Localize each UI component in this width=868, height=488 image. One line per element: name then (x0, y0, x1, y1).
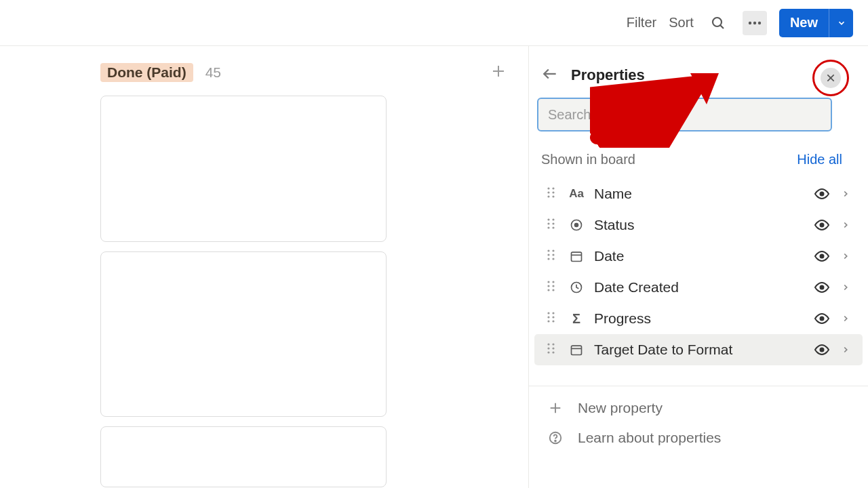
search-icon[interactable] (706, 11, 730, 35)
svg-point-46 (552, 316, 554, 318)
formula-icon: Σ (568, 311, 585, 327)
svg-point-28 (547, 253, 549, 256)
svg-point-48 (552, 320, 554, 322)
svg-point-4 (758, 21, 761, 24)
top-toolbar: Filter Sort New (0, 0, 868, 46)
help-icon (547, 430, 564, 445)
property-row-target-date[interactable]: Target Date to Format (534, 334, 863, 365)
visibility-icon[interactable] (814, 342, 831, 358)
svg-point-42 (820, 285, 825, 290)
svg-rect-32 (572, 252, 582, 261)
svg-point-10 (547, 187, 549, 189)
new-property-button[interactable]: New property (529, 393, 868, 423)
svg-point-45 (547, 316, 549, 318)
svg-point-0 (713, 18, 722, 26)
learn-properties-link[interactable]: Learn about properties (529, 423, 868, 453)
visibility-icon[interactable] (814, 248, 831, 264)
close-highlight-circle (812, 60, 849, 96)
column-header: Done (Paid) 45 (100, 63, 528, 82)
properties-panel: Properties Shown in board Hide all Aa Na… (529, 46, 868, 488)
property-row-status[interactable]: Status (534, 209, 863, 241)
hide-all-button[interactable]: Hide all (797, 152, 842, 167)
svg-point-38 (552, 285, 554, 287)
svg-point-25 (820, 223, 825, 228)
footer-label: Learn about properties (578, 430, 721, 446)
drag-handle-icon[interactable] (547, 342, 559, 357)
svg-point-30 (547, 258, 549, 260)
chevron-right-icon (841, 251, 852, 261)
chevron-right-icon (841, 314, 852, 323)
svg-point-37 (547, 285, 549, 287)
drag-handle-icon[interactable] (547, 280, 559, 295)
divider (529, 386, 868, 386)
drag-handle-icon[interactable] (547, 186, 559, 201)
board-card[interactable] (100, 251, 387, 417)
svg-point-44 (552, 312, 554, 314)
visibility-icon[interactable] (814, 279, 831, 296)
new-button[interactable]: New (779, 9, 829, 37)
svg-point-53 (552, 347, 554, 349)
svg-point-29 (552, 253, 554, 256)
chevron-right-icon (841, 220, 852, 230)
property-label: Date (594, 248, 804, 264)
svg-point-22 (552, 226, 554, 228)
svg-point-52 (547, 347, 549, 349)
svg-point-16 (820, 192, 825, 197)
svg-point-15 (552, 195, 554, 197)
svg-point-50 (547, 343, 549, 345)
svg-point-40 (552, 289, 554, 291)
close-icon[interactable] (821, 68, 841, 88)
svg-point-17 (547, 218, 549, 220)
svg-point-49 (820, 317, 825, 321)
svg-point-36 (552, 281, 554, 283)
column-tag[interactable]: Done (Paid) (100, 63, 193, 82)
property-label: Target Date to Format (594, 342, 804, 358)
section-label: Shown in board (541, 152, 635, 167)
visibility-icon[interactable] (814, 310, 831, 327)
new-dropdown[interactable] (829, 9, 853, 37)
svg-point-13 (552, 191, 554, 193)
text-icon: Aa (568, 187, 585, 201)
svg-rect-56 (572, 346, 582, 354)
visibility-icon[interactable] (814, 186, 831, 202)
board-card[interactable] (100, 426, 387, 487)
status-icon (568, 218, 585, 232)
svg-point-62 (555, 441, 556, 442)
board-card[interactable] (100, 96, 387, 242)
visibility-icon[interactable] (814, 217, 831, 233)
property-row-date[interactable]: Date (534, 241, 863, 272)
more-icon[interactable] (743, 11, 767, 35)
plus-icon (547, 401, 564, 415)
svg-point-34 (820, 254, 825, 259)
drag-handle-icon[interactable] (547, 249, 559, 264)
property-label: Date Created (594, 279, 804, 296)
property-row-date-created[interactable]: Date Created (534, 272, 863, 303)
svg-point-31 (552, 258, 554, 260)
property-row-progress[interactable]: Σ Progress (534, 303, 863, 334)
svg-point-3 (753, 21, 756, 24)
svg-point-27 (552, 249, 554, 251)
svg-point-54 (547, 351, 549, 353)
search-input[interactable] (537, 98, 832, 131)
back-icon[interactable] (541, 65, 559, 85)
svg-point-58 (820, 348, 825, 352)
add-card-icon[interactable] (490, 63, 507, 82)
filter-button[interactable]: Filter (627, 15, 656, 30)
chevron-right-icon (841, 345, 852, 354)
svg-point-39 (547, 289, 549, 291)
drag-handle-icon[interactable] (547, 218, 559, 232)
svg-point-20 (552, 222, 554, 224)
svg-point-18 (552, 218, 554, 220)
svg-point-35 (547, 281, 549, 283)
svg-point-26 (547, 249, 549, 251)
drag-handle-icon[interactable] (547, 311, 559, 326)
svg-point-55 (552, 351, 554, 353)
calendar-icon (568, 343, 585, 357)
svg-point-21 (547, 226, 549, 228)
property-label: Name (594, 186, 804, 202)
sort-button[interactable]: Sort (669, 15, 694, 30)
property-row-name[interactable]: Aa Name (534, 178, 863, 209)
property-label: Status (594, 217, 804, 233)
svg-point-12 (547, 191, 549, 193)
svg-point-24 (575, 224, 578, 227)
